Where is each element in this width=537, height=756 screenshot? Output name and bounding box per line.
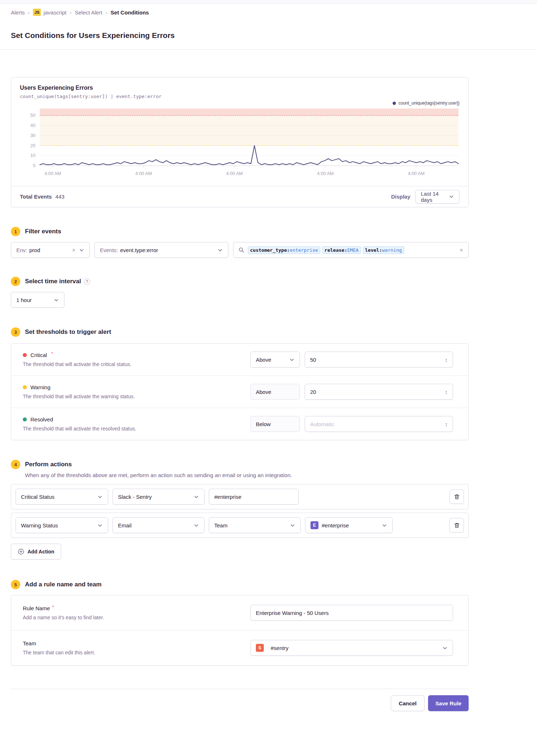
- svg-text:4:00 AM: 4:00 AM: [408, 171, 424, 176]
- chart-title: Users Experiencing Errors: [20, 85, 460, 91]
- critical-label: Critical: [30, 352, 47, 358]
- clear-env-icon[interactable]: ×: [72, 247, 76, 253]
- filter-search-input[interactable]: customer_type:enterprise release:EMEA le…: [233, 242, 469, 258]
- step-badge-4: 4: [11, 460, 20, 469]
- breadcrumb-separator-icon: ›: [70, 9, 72, 16]
- resolved-comparison: Below: [250, 416, 300, 432]
- clear-search-icon[interactable]: ×: [460, 247, 463, 253]
- resolved-threshold-input[interactable]: Automatic ↕: [305, 416, 453, 432]
- svg-text:20: 20: [30, 143, 35, 148]
- cancel-button[interactable]: Cancel: [391, 695, 424, 711]
- breadcrumb: Alerts › JS javascript › Select Alert › …: [11, 9, 526, 16]
- resolved-label: Resolved: [30, 416, 53, 422]
- help-icon[interactable]: ?: [84, 279, 90, 285]
- breadcrumb-alerts[interactable]: Alerts: [11, 9, 25, 16]
- svg-text:4:00 AM: 4:00 AM: [135, 171, 152, 176]
- required-asterisk: *: [52, 604, 54, 610]
- sentry-team-avatar-icon: S: [256, 644, 264, 652]
- action-service-select[interactable]: Email: [113, 517, 204, 533]
- team-label: Team: [23, 640, 250, 646]
- chevron-down-icon: [217, 247, 223, 253]
- team-select[interactable]: S #sentry: [250, 640, 453, 656]
- chevron-down-icon: [97, 523, 103, 528]
- team-target-select[interactable]: E #enterprise: [305, 517, 393, 533]
- step-badge-1: 1: [11, 227, 20, 236]
- warning-label: Warning: [30, 384, 50, 390]
- global-header-edge: [0, 0, 537, 4]
- chevron-down-icon: [290, 523, 295, 528]
- env-label: Env:: [16, 247, 27, 253]
- breadcrumb-separator-icon: ›: [28, 9, 30, 16]
- breadcrumb-select-alert[interactable]: Select Alert: [75, 9, 102, 16]
- svg-text:10: 10: [30, 153, 35, 158]
- breadcrumb-project[interactable]: javascript: [43, 9, 66, 16]
- svg-text:4:00 AM: 4:00 AM: [317, 171, 334, 176]
- svg-text:4:00 AM: 4:00 AM: [226, 171, 243, 176]
- action-row-critical: Critical Status Slack - Sentry #enterpri…: [11, 484, 469, 509]
- events-label: Events:: [100, 247, 118, 253]
- legend-marker-icon: [393, 102, 396, 105]
- search-token-list: customer_type:enterprise release:EMEA le…: [248, 246, 456, 254]
- chevron-down-icon: [289, 357, 295, 362]
- step-badge-5: 5: [11, 580, 20, 589]
- env-value: prod: [29, 247, 40, 253]
- chevron-down-icon: [97, 494, 103, 500]
- team-row: Team The team that can edit this alert. …: [11, 630, 468, 665]
- warning-threshold-input[interactable]: 20 ↕: [305, 384, 453, 400]
- critical-description: The threshold that will activate the cri…: [23, 361, 250, 367]
- action-row-warning: Warning Status Email Team E #enterprise: [11, 513, 469, 538]
- search-token[interactable]: release:EMEA: [322, 246, 361, 254]
- number-stepper-icon[interactable]: ↕: [445, 357, 448, 363]
- chart-query: count_unique(tags[sentry:user]) | event.…: [20, 94, 460, 99]
- rule-name-input[interactable]: Enterprise Warning - 50 Users: [250, 605, 453, 621]
- javascript-project-icon: JS: [33, 9, 41, 16]
- legend-label: count_unique(tags[sentry:user]): [398, 101, 460, 106]
- search-token[interactable]: level:warning: [363, 246, 404, 254]
- warning-status-dot-icon: [23, 385, 27, 389]
- svg-text:50: 50: [30, 113, 35, 118]
- action-trigger-select[interactable]: Warning Status: [16, 517, 108, 533]
- alert-preview-card: Users Experiencing Errors count_unique(t…: [11, 77, 469, 207]
- warning-threshold-row: Warning The threshold that will activate…: [11, 376, 468, 408]
- search-token[interactable]: customer_type:enterprise: [248, 246, 320, 254]
- perform-actions-title: Perform actions: [25, 461, 72, 468]
- critical-threshold-row: Critical * The threshold that will activ…: [11, 344, 468, 376]
- chevron-down-icon: [194, 523, 199, 528]
- resolved-threshold-row: Resolved The threshold that will activat…: [11, 408, 468, 440]
- rule-name-description: Add a name so it's easy to find later.: [23, 615, 250, 620]
- environment-select[interactable]: Env:prod ×: [11, 242, 90, 258]
- perform-actions-description: When any of the thresholds above are met…: [25, 472, 469, 478]
- resolved-status-dot-icon: [23, 417, 27, 421]
- chevron-down-icon: [194, 494, 199, 500]
- svg-text:40: 40: [30, 123, 35, 128]
- event-types-select[interactable]: Events:event.type:error: [94, 242, 228, 258]
- time-interval-select[interactable]: 1 hour: [11, 292, 64, 308]
- delete-action-button[interactable]: [449, 489, 464, 504]
- save-rule-button[interactable]: Save Rule: [428, 695, 469, 711]
- step-badge-3: 3: [11, 327, 20, 337]
- slack-channel-input[interactable]: #enterprise: [209, 489, 299, 505]
- filter-events-title: Filter events: [25, 228, 61, 235]
- email-target-type-select[interactable]: Team: [209, 517, 301, 533]
- total-events: Total Events443: [20, 194, 64, 200]
- number-stepper-icon[interactable]: ↕: [445, 389, 448, 395]
- display-period-select[interactable]: Last 14 days: [415, 190, 460, 204]
- delete-action-button[interactable]: [449, 518, 464, 532]
- critical-threshold-input[interactable]: 50 ↕: [305, 352, 453, 368]
- action-service-select[interactable]: Slack - Sentry: [113, 489, 204, 505]
- page-title: Set Conditions for Users Experiencing Er…: [11, 31, 526, 40]
- events-value: event.type:error: [120, 247, 158, 253]
- total-events-value: 443: [55, 194, 64, 200]
- chevron-down-icon: [382, 523, 387, 528]
- chart-legend[interactable]: count_unique(tags[sentry:user]): [20, 101, 460, 106]
- total-events-label: Total Events: [20, 194, 52, 200]
- time-interval-value: 1 hour: [16, 297, 32, 303]
- step-badge-2: 2: [11, 277, 20, 286]
- trash-icon: [454, 522, 460, 528]
- number-stepper-icon[interactable]: ↕: [445, 421, 448, 427]
- action-trigger-select[interactable]: Critical Status: [16, 489, 108, 505]
- page-header: Alerts › JS javascript › Select Alert › …: [0, 4, 537, 50]
- critical-comparison-select[interactable]: Above: [250, 352, 300, 368]
- rule-name-title: Add a rule name and team: [25, 581, 102, 588]
- add-action-button[interactable]: Add Action: [11, 544, 61, 560]
